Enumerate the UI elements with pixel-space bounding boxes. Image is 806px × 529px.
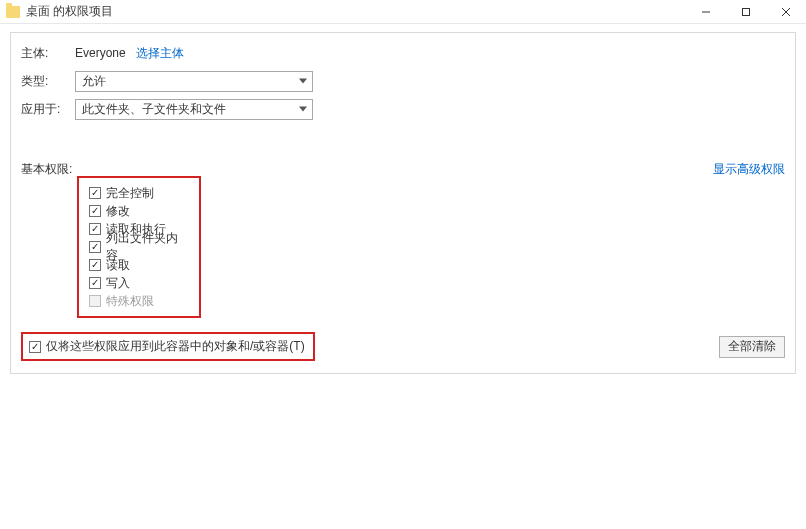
maximize-button[interactable] [726, 0, 766, 24]
applies-to-select-value: 此文件夹、子文件夹和文件 [82, 101, 226, 118]
minimize-button[interactable] [686, 0, 726, 24]
permission-label: 特殊权限 [106, 293, 154, 310]
principal-row: 主体: Everyone 选择主体 [21, 41, 785, 65]
applies-to-row: 应用于: 此文件夹、子文件夹和文件 [21, 97, 785, 121]
apply-only-row: 仅将这些权限应用到此容器中的对象和/或容器(T) 全部清除 [21, 332, 785, 361]
checkbox-icon[interactable] [89, 223, 101, 235]
checkbox-icon [89, 295, 101, 307]
select-principal-link[interactable]: 选择主体 [136, 45, 184, 62]
type-select[interactable]: 允许 [75, 71, 313, 92]
window-title: 桌面 的权限项目 [26, 3, 113, 20]
permissions-section: 基本权限: 显示高级权限 完全控制 修改 读取和执行 列出文 [21, 161, 785, 361]
type-row: 类型: 允许 [21, 69, 785, 93]
chevron-down-icon [299, 107, 307, 112]
permission-full-control[interactable]: 完全控制 [89, 184, 189, 202]
principal-label: 主体: [21, 45, 69, 62]
chevron-down-icon [299, 79, 307, 84]
clear-all-button[interactable]: 全部清除 [719, 336, 785, 358]
apply-only-label: 仅将这些权限应用到此容器中的对象和/或容器(T) [46, 338, 305, 355]
checkbox-icon[interactable] [89, 241, 101, 253]
applies-to-label: 应用于: [21, 101, 69, 118]
title-bar: 桌面 的权限项目 [0, 0, 806, 24]
permission-special: 特殊权限 [89, 292, 189, 310]
permission-label: 完全控制 [106, 185, 154, 202]
type-select-value: 允许 [82, 73, 106, 90]
folder-icon [6, 6, 20, 18]
main-panel: 主体: Everyone 选择主体 类型: 允许 应用于: 此文件夹、子文件夹和… [10, 32, 796, 374]
checkbox-icon[interactable] [89, 187, 101, 199]
content-area: 主体: Everyone 选择主体 类型: 允许 应用于: 此文件夹、子文件夹和… [0, 24, 806, 384]
checkbox-icon[interactable] [89, 277, 101, 289]
type-label: 类型: [21, 73, 69, 90]
permission-modify[interactable]: 修改 [89, 202, 189, 220]
checkbox-icon[interactable] [89, 205, 101, 217]
permission-label: 读取 [106, 257, 130, 274]
permission-label: 写入 [106, 275, 130, 292]
permission-label: 修改 [106, 203, 130, 220]
svg-rect-1 [743, 8, 750, 15]
show-advanced-link[interactable]: 显示高级权限 [713, 161, 785, 178]
checkbox-icon[interactable] [29, 341, 41, 353]
close-button[interactable] [766, 0, 806, 24]
permission-list-folder[interactable]: 列出文件夹内容 [89, 238, 189, 256]
permission-write[interactable]: 写入 [89, 274, 189, 292]
apply-only-container[interactable]: 仅将这些权限应用到此容器中的对象和/或容器(T) [21, 332, 315, 361]
permissions-title: 基本权限: [21, 161, 72, 178]
checkbox-icon[interactable] [89, 259, 101, 271]
principal-value: Everyone [75, 46, 126, 60]
permissions-list: 完全控制 修改 读取和执行 列出文件夹内容 读取 [77, 176, 201, 318]
window-controls [686, 0, 806, 24]
applies-to-select[interactable]: 此文件夹、子文件夹和文件 [75, 99, 313, 120]
